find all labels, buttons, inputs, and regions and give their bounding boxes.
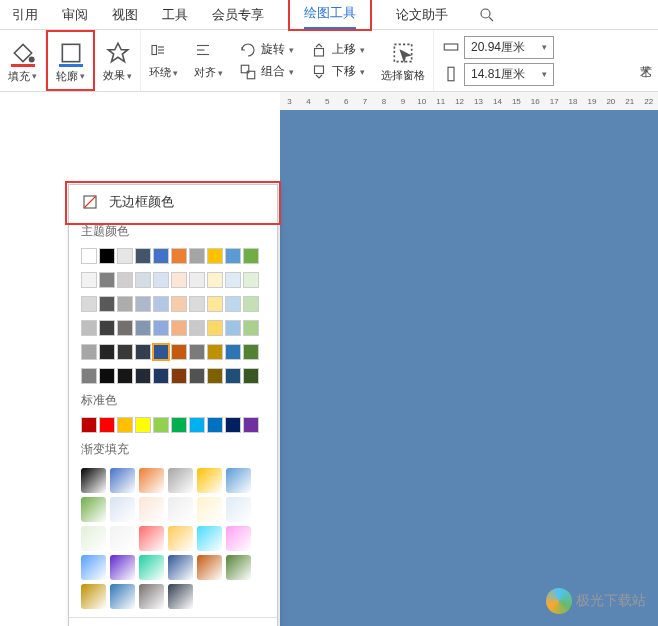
tool-fill[interactable]: 填充▾ (0, 30, 46, 91)
color-swatch[interactable] (153, 368, 169, 384)
color-swatch[interactable] (81, 417, 97, 433)
color-swatch[interactable] (117, 248, 133, 264)
tool-move-down[interactable]: 下移▾ (310, 63, 365, 81)
gradient-swatch[interactable] (139, 468, 164, 493)
color-swatch[interactable] (153, 272, 169, 288)
gradient-swatch[interactable] (197, 468, 222, 493)
color-swatch[interactable] (207, 320, 223, 336)
canvas-shape[interactable] (280, 110, 658, 626)
color-swatch[interactable] (243, 344, 259, 360)
color-swatch[interactable] (135, 272, 151, 288)
gradient-swatch[interactable] (110, 526, 135, 551)
color-swatch[interactable] (225, 417, 241, 433)
gradient-swatch[interactable] (110, 584, 135, 609)
color-swatch[interactable] (81, 248, 97, 264)
color-swatch[interactable] (189, 368, 205, 384)
color-swatch[interactable] (225, 320, 241, 336)
gradient-swatch[interactable] (139, 526, 164, 551)
tool-align[interactable] (194, 41, 223, 59)
gradient-swatch[interactable] (81, 468, 106, 493)
color-swatch[interactable] (81, 320, 97, 336)
color-swatch[interactable] (153, 320, 169, 336)
gradient-swatch[interactable] (81, 584, 106, 609)
tool-effect[interactable]: 效果▾ (95, 30, 141, 91)
tab-review[interactable]: 审阅 (62, 0, 88, 29)
gradient-swatch[interactable] (197, 555, 222, 580)
color-swatch[interactable] (171, 272, 187, 288)
tool-outline[interactable]: 轮廓▾ (46, 30, 95, 91)
color-swatch[interactable] (117, 344, 133, 360)
color-swatch[interactable] (99, 272, 115, 288)
color-swatch[interactable] (189, 417, 205, 433)
color-swatch[interactable] (153, 344, 169, 360)
color-swatch[interactable] (243, 417, 259, 433)
color-swatch[interactable] (171, 344, 187, 360)
search-icon[interactable] (478, 0, 496, 29)
gradient-swatch[interactable] (81, 555, 106, 580)
gradient-swatch[interactable] (168, 497, 193, 522)
gradient-swatch[interactable] (197, 497, 222, 522)
color-swatch[interactable] (81, 296, 97, 312)
tab-vip[interactable]: 会员专享 (212, 0, 264, 29)
gradient-swatch[interactable] (168, 555, 193, 580)
color-swatch[interactable] (99, 320, 115, 336)
tab-drawing-tools[interactable]: 绘图工具 (304, 0, 356, 29)
color-swatch[interactable] (243, 248, 259, 264)
gradient-swatch[interactable] (110, 468, 135, 493)
tool-rotate[interactable]: 旋转▾ (239, 41, 294, 59)
dd-more-gradient[interactable]: 更多渐变 › (69, 620, 277, 626)
color-swatch[interactable] (171, 417, 187, 433)
color-swatch[interactable] (117, 320, 133, 336)
gradient-swatch[interactable] (197, 526, 222, 551)
color-swatch[interactable] (117, 272, 133, 288)
color-swatch[interactable] (207, 248, 223, 264)
color-swatch[interactable] (207, 417, 223, 433)
tab-cite[interactable]: 引用 (12, 0, 38, 29)
gradient-swatch[interactable] (81, 526, 106, 551)
gradient-swatch[interactable] (226, 526, 251, 551)
color-swatch[interactable] (225, 344, 241, 360)
color-swatch[interactable] (117, 296, 133, 312)
height-input[interactable]: 14.81厘米▾ (464, 63, 554, 86)
color-swatch[interactable] (153, 296, 169, 312)
color-swatch[interactable] (189, 296, 205, 312)
color-swatch[interactable] (81, 368, 97, 384)
color-swatch[interactable] (117, 417, 133, 433)
tool-group-btn[interactable]: 组合▾ (239, 63, 294, 81)
color-swatch[interactable] (81, 272, 97, 288)
color-swatch[interactable] (171, 248, 187, 264)
color-swatch[interactable] (153, 417, 169, 433)
color-swatch[interactable] (135, 344, 151, 360)
width-input[interactable]: 20.94厘米▾ (464, 36, 554, 59)
color-swatch[interactable] (135, 296, 151, 312)
color-swatch[interactable] (135, 417, 151, 433)
tool-move-up[interactable]: 上移▾ (310, 41, 365, 59)
color-swatch[interactable] (135, 248, 151, 264)
color-swatch[interactable] (225, 296, 241, 312)
color-swatch[interactable] (207, 344, 223, 360)
color-swatch[interactable] (81, 344, 97, 360)
tool-wrap[interactable] (149, 41, 178, 59)
color-swatch[interactable] (171, 320, 187, 336)
color-swatch[interactable] (189, 272, 205, 288)
gradient-swatch[interactable] (226, 555, 251, 580)
color-swatch[interactable] (99, 344, 115, 360)
gradient-swatch[interactable] (168, 526, 193, 551)
tab-thesis[interactable]: 论文助手 (396, 0, 448, 29)
color-swatch[interactable] (171, 296, 187, 312)
gradient-swatch[interactable] (139, 555, 164, 580)
color-swatch[interactable] (99, 417, 115, 433)
tab-tools[interactable]: 工具 (162, 0, 188, 29)
gradient-swatch[interactable] (226, 468, 251, 493)
color-swatch[interactable] (225, 272, 241, 288)
color-swatch[interactable] (135, 368, 151, 384)
color-swatch[interactable] (99, 368, 115, 384)
gradient-swatch[interactable] (168, 468, 193, 493)
color-swatch[interactable] (99, 248, 115, 264)
gradient-swatch[interactable] (110, 497, 135, 522)
color-swatch[interactable] (207, 272, 223, 288)
color-swatch[interactable] (117, 368, 133, 384)
gradient-swatch[interactable] (139, 497, 164, 522)
color-swatch[interactable] (243, 320, 259, 336)
gradient-swatch[interactable] (110, 555, 135, 580)
